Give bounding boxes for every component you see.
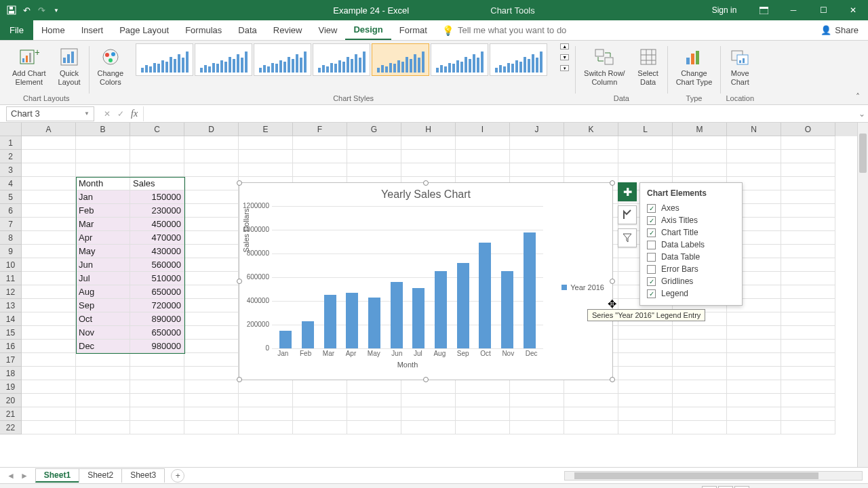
cell[interactable]: [564, 407, 618, 421]
row-header[interactable]: 19: [0, 380, 22, 394]
cell[interactable]: [184, 326, 239, 340]
cell[interactable]: [781, 367, 835, 380]
cell[interactable]: [727, 326, 781, 340]
column-header[interactable]: E: [239, 123, 293, 136]
cell[interactable]: [510, 163, 564, 177]
cell[interactable]: 470000: [130, 231, 184, 245]
row-header[interactable]: 13: [0, 299, 22, 312]
cell[interactable]: [618, 367, 673, 380]
cell[interactable]: [347, 407, 401, 421]
cell[interactable]: [239, 421, 293, 434]
chart-element-option[interactable]: ✓Axes: [647, 202, 735, 214]
row-header[interactable]: 17: [0, 353, 22, 367]
cell[interactable]: [130, 394, 184, 407]
cell[interactable]: [22, 380, 76, 394]
cell[interactable]: [401, 150, 456, 163]
cell[interactable]: Sep: [76, 299, 130, 312]
column-header[interactable]: M: [673, 123, 727, 136]
cell[interactable]: [781, 312, 835, 326]
cell[interactable]: [673, 340, 727, 353]
chart-element-option[interactable]: Error Bars: [647, 263, 735, 275]
worksheet-grid[interactable]: ABCDEFGHIJKLMNO 123456789101112131415161…: [0, 123, 868, 467]
cell[interactable]: 650000: [130, 285, 184, 299]
cell[interactable]: [130, 367, 184, 380]
cell[interactable]: [781, 218, 835, 231]
row-header[interactable]: 18: [0, 367, 22, 380]
cell[interactable]: [347, 136, 401, 150]
cell[interactable]: [130, 380, 184, 394]
horizontal-scrollbar[interactable]: [564, 471, 863, 481]
chart-bar[interactable]: [412, 288, 425, 348]
cell[interactable]: [618, 380, 673, 394]
cell[interactable]: [130, 407, 184, 421]
cell[interactable]: [347, 394, 401, 407]
gallery-more-icon[interactable]: ▾: [560, 65, 569, 71]
column-header[interactable]: K: [564, 123, 618, 136]
cell[interactable]: [510, 136, 564, 150]
cell[interactable]: [239, 394, 293, 407]
select-data-button[interactable]: SelectData: [633, 43, 663, 89]
cell[interactable]: [781, 353, 835, 367]
gallery-scroll-down-icon[interactable]: ▼: [560, 54, 569, 60]
cell[interactable]: [456, 150, 510, 163]
name-box[interactable]: Chart 3 ▼: [6, 106, 94, 121]
cell[interactable]: [673, 380, 727, 394]
cell[interactable]: Feb: [76, 204, 130, 218]
chart-title[interactable]: Yearly Sales Chart: [239, 188, 612, 201]
cell[interactable]: [76, 353, 130, 367]
cell[interactable]: [22, 312, 76, 326]
column-header[interactable]: L: [618, 123, 673, 136]
cell[interactable]: [401, 421, 456, 434]
chart-style-thumbnail[interactable]: [313, 43, 370, 76]
row-header[interactable]: 14: [0, 312, 22, 326]
cell[interactable]: [22, 407, 76, 421]
cell[interactable]: [130, 136, 184, 150]
cell[interactable]: [781, 163, 835, 177]
cell[interactable]: [293, 150, 347, 163]
cell[interactable]: 430000: [130, 245, 184, 258]
cell[interactable]: [239, 136, 293, 150]
move-chart-button[interactable]: MoveChart: [725, 43, 755, 89]
chart-style-thumbnail[interactable]: [372, 43, 429, 76]
cell[interactable]: [456, 163, 510, 177]
cell[interactable]: [347, 163, 401, 177]
gallery-scroll-up-icon[interactable]: ▲: [560, 43, 569, 49]
cell[interactable]: [293, 421, 347, 434]
cell[interactable]: [293, 163, 347, 177]
cell[interactable]: [22, 394, 76, 407]
tab-design[interactable]: Design: [345, 20, 391, 40]
chart-legend[interactable]: Year 2016: [561, 283, 604, 291]
cell[interactable]: [510, 150, 564, 163]
cell[interactable]: [293, 407, 347, 421]
sheet-tab[interactable]: Sheet1: [35, 468, 79, 483]
cell[interactable]: [22, 421, 76, 434]
cell[interactable]: [618, 136, 673, 150]
chart-bar[interactable]: [435, 271, 447, 348]
cell[interactable]: [401, 163, 456, 177]
cell[interactable]: Month: [76, 177, 130, 190]
tab-formulas[interactable]: Formulas: [177, 20, 230, 40]
row-header[interactable]: 22: [0, 421, 22, 434]
cell[interactable]: [184, 245, 239, 258]
chart-element-option[interactable]: Data Table: [647, 251, 735, 263]
cell[interactable]: 720000: [130, 299, 184, 312]
chart-styles-gallery[interactable]: [136, 43, 556, 76]
cell[interactable]: [239, 150, 293, 163]
chevron-down-icon[interactable]: ▼: [84, 110, 90, 117]
cell[interactable]: Dec: [76, 340, 130, 353]
cell[interactable]: [401, 380, 456, 394]
chart-style-thumbnail[interactable]: [431, 43, 488, 76]
cell[interactable]: [184, 367, 239, 380]
maximize-icon[interactable]: ☐: [808, 0, 838, 20]
cell[interactable]: Oct: [76, 312, 130, 326]
cell[interactable]: [76, 163, 130, 177]
chart-style-thumbnail[interactable]: [195, 43, 252, 76]
cell[interactable]: [781, 285, 835, 299]
tab-page-layout[interactable]: Page Layout: [111, 20, 177, 40]
cell[interactable]: [618, 326, 673, 340]
sheet-tab[interactable]: Sheet3: [121, 468, 165, 483]
row-header[interactable]: 9: [0, 245, 22, 258]
enter-formula-icon[interactable]: ✓: [117, 109, 124, 119]
chart-bar[interactable]: [279, 331, 292, 348]
cell[interactable]: [727, 380, 781, 394]
